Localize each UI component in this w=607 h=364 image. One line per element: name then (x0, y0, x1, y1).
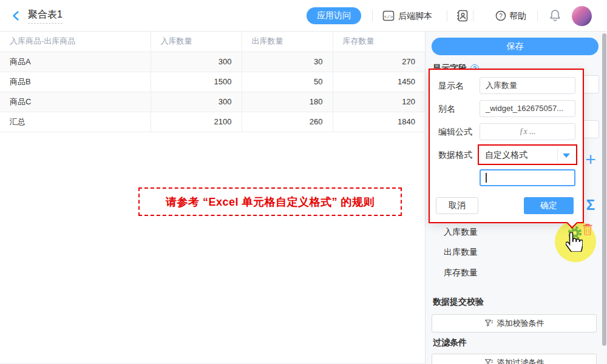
save-button[interactable]: 保存 (432, 38, 599, 55)
back-icon[interactable] (11, 10, 22, 21)
divider (447, 10, 447, 21)
avatar[interactable] (572, 6, 592, 26)
filter-icon (484, 319, 493, 328)
select-separator (557, 148, 558, 161)
cell-inbound: 300 (151, 52, 242, 72)
column-header: 出库数量 (242, 32, 333, 52)
divider (372, 10, 373, 21)
gear-icon[interactable] (566, 224, 583, 244)
trash-icon[interactable] (582, 223, 593, 238)
cell-inbound: 300 (151, 92, 242, 112)
edit-formula-label: 编辑公式 (438, 127, 472, 138)
data-format-label: 数据格式 (438, 150, 472, 161)
divider (473, 10, 473, 21)
backend-script-button[interactable]: 后端脚本 (398, 11, 432, 22)
data-format-select[interactable]: 自定义格式 (479, 146, 576, 164)
filter-icon (484, 359, 493, 364)
table-row: 商品A 300 30 270 (0, 52, 425, 72)
cell-stock: 270 (333, 52, 425, 72)
cell-product: 商品A (0, 52, 151, 72)
cell-stock: 1840 (333, 112, 425, 132)
question-icon: ? (495, 10, 506, 24)
add-filter-button[interactable]: 添加过滤条件 (432, 354, 597, 364)
cell-outbound: 260 (242, 112, 333, 132)
column-header: 库存数量 (333, 32, 425, 52)
column-header: 入库商品-出库商品 (0, 32, 151, 52)
aggregate-table: 入库商品-出库商品 入库数量 出库数量 库存数量 商品A 300 30 270 … (0, 32, 425, 132)
code-icon: </> (382, 10, 395, 24)
column-header: 入库数量 (151, 32, 242, 52)
app-window: 聚合表1 应用访问 </> 后端脚本 ? 帮助 (0, 0, 607, 364)
field-settings-popup: 显示名 入库数量 别名 _widget_162675057... 编辑公式 ƒx… (429, 69, 584, 223)
annotation-note: 请参考 “Excel 单元格自定义格式” 的规则 (138, 187, 402, 216)
display-name-label: 显示名 (438, 81, 464, 92)
cell-outbound: 50 (242, 72, 333, 92)
alias-label: 别名 (438, 104, 455, 115)
bell-icon[interactable] (549, 8, 561, 25)
panel-scrollbar[interactable] (602, 33, 606, 346)
field-item-stock[interactable]: 库存数量 (444, 268, 478, 278)
filter-heading: 过滤条件 (433, 337, 467, 348)
table-row: 商品C 300 180 120 (0, 92, 425, 112)
page-title[interactable]: 聚合表1 (28, 8, 63, 24)
help-button[interactable]: 帮助 (509, 11, 526, 22)
formula-button[interactable]: ƒx ... (480, 123, 575, 140)
validation-heading: 数据提交校验 (433, 297, 484, 308)
table-header-row: 入库商品-出库商品 入库数量 出库数量 库存数量 (0, 32, 425, 52)
cell-product: 商品C (0, 92, 151, 112)
cell-stock: 120 (333, 92, 425, 112)
table-row-total: 汇总 2100 260 1840 (0, 112, 425, 132)
top-bar: 聚合表1 应用访问 </> 后端脚本 ? 帮助 (0, 0, 607, 32)
text-caret (486, 173, 487, 183)
svg-text:?: ? (499, 13, 503, 19)
cell-outbound: 30 (242, 52, 333, 72)
contacts-icon[interactable] (456, 9, 469, 25)
chevron-down-icon (563, 153, 570, 158)
divider (537, 10, 538, 21)
field-item-inbound[interactable]: 入库数量 (444, 227, 478, 238)
cell-inbound: 1500 (151, 72, 242, 92)
svg-text:</>: </> (384, 14, 393, 19)
confirm-button[interactable]: 确定 (524, 197, 574, 214)
cell-outbound: 180 (242, 92, 333, 112)
main-area: 入库商品-出库商品 入库数量 出库数量 库存数量 商品A 300 30 270 … (0, 32, 425, 364)
cell-product: 商品B (0, 72, 151, 92)
display-name-input[interactable]: 入库数量 (480, 77, 575, 94)
data-format-highlight-box: 自定义格式 (478, 144, 577, 165)
add-validation-button[interactable]: 添加校验条件 (432, 314, 597, 332)
alias-input[interactable]: _widget_162675057... (480, 100, 575, 117)
table-row: 商品B 1500 50 1450 (0, 72, 425, 92)
app-access-button[interactable]: 应用访问 (307, 7, 361, 24)
custom-format-input[interactable] (480, 169, 575, 186)
field-item-outbound[interactable]: 出库数量 (444, 247, 478, 258)
cell-stock: 1450 (333, 72, 425, 92)
cell-product: 汇总 (0, 112, 151, 132)
cancel-button[interactable]: 取消 (436, 197, 478, 214)
cell-inbound: 2100 (151, 112, 242, 132)
